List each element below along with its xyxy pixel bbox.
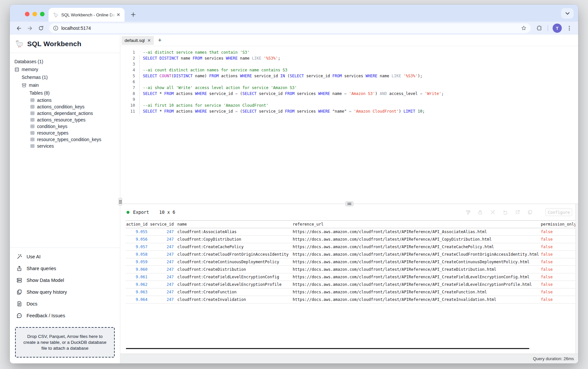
status-dot (127, 211, 129, 214)
cell-permission-only: false (541, 297, 578, 302)
tree-item-schema-main[interactable]: main (14, 81, 120, 89)
url-bar[interactable]: localhost:5174 (49, 23, 531, 33)
results-table-header: action_id service_id name reference_url … (126, 220, 578, 228)
customize-wand-button[interactable] (490, 209, 496, 215)
configure-button[interactable]: Configure (545, 208, 572, 216)
editor-tab-default-sql[interactable]: default.sql ✕ (122, 36, 154, 45)
cell-action-id: 9.057 (126, 245, 147, 249)
menu-item-use-ai[interactable]: Use AI (10, 251, 120, 263)
cell-permission-only: false (541, 245, 578, 249)
forward-button[interactable] (25, 23, 35, 33)
url-text[interactable]: localhost:5174 (61, 26, 521, 31)
column-header-action-id[interactable]: action_id (126, 222, 147, 227)
horizontal-scrollbar-thumb[interactable] (126, 348, 529, 349)
profile-avatar[interactable]: T (553, 24, 562, 33)
table-row[interactable]: 9.056247cloudfront:CopyDistributionhttps… (126, 236, 578, 243)
back-button[interactable] (14, 23, 24, 33)
results-table: action_id service_id name reference_url … (120, 220, 578, 354)
table-row[interactable]: 9.055247cloudfront:AssociateAliashttps:/… (126, 228, 578, 236)
column-header-name[interactable]: name (174, 222, 293, 227)
cell-service-id: 247 (147, 297, 174, 302)
cell-name: cloudfront:CreateFieldLevelEncryptionPro… (174, 282, 293, 287)
tree-item-table[interactable]: services (14, 143, 120, 149)
plus-icon (131, 12, 136, 17)
column-header-permission-only[interactable]: permission_only (541, 222, 578, 227)
menu-item-feedback-issues[interactable]: Feedback / Issues (10, 310, 120, 322)
lock-results-button[interactable] (477, 209, 483, 215)
tree-item-table[interactable]: resource_types_condition_keys (14, 136, 120, 143)
vertical-scrollbar-track[interactable] (575, 204, 578, 354)
results-table-body: 9.055247cloudfront:AssociateAliashttps:/… (126, 228, 578, 304)
site-info-icon[interactable] (53, 26, 58, 31)
column-header-service-id[interactable]: service_id (147, 222, 174, 227)
menu-item-share-queries[interactable]: Share queries (10, 263, 120, 274)
code-line[interactable]: 5SELECT COUNT(DISTINCT name) FROM action… (120, 73, 578, 79)
file-drop-zone[interactable]: Drop CSV, Parquet, Arrow files here to c… (15, 327, 115, 358)
menu-item-show-query-history[interactable]: Show query history (10, 286, 120, 298)
code-line[interactable]: 6 (120, 79, 578, 85)
code-line[interactable]: 8SELECT * FROM actions WHERE service_id … (120, 91, 578, 97)
sql-editor[interactable]: 1--ai distinct service names that contai… (120, 46, 578, 204)
code-line[interactable]: 3 (120, 61, 578, 67)
format-roller-button[interactable] (465, 209, 471, 215)
undo-icon (502, 210, 508, 215)
menu-item-show-data-model[interactable]: Show Data Model (10, 274, 120, 286)
table-row[interactable]: 9.058247cloudfront:CreateCloudFrontOrigi… (126, 251, 578, 258)
browser-menu-button[interactable] (564, 23, 574, 33)
code-line[interactable]: 10--ai first 10 actions for service 'Ama… (120, 102, 578, 108)
browser-tab[interactable]: SQL Workbench - Online Dat ✕ (49, 8, 125, 22)
menu-item-docs[interactable]: Docs (10, 298, 120, 310)
tree-item-table[interactable]: condition_keys (14, 123, 120, 130)
tree-item-table[interactable]: resource_types (14, 130, 120, 136)
code-line[interactable]: 4--ai count distinct action names for se… (120, 67, 578, 73)
export-button[interactable]: Export (133, 210, 149, 215)
code-line[interactable]: 7--ai show all 'Write' access level acti… (120, 85, 578, 91)
code-line[interactable]: 9 (120, 97, 578, 102)
editor-new-tab-button[interactable]: + (156, 36, 164, 44)
bookmark-star-icon[interactable] (521, 25, 527, 31)
tree-item-table[interactable]: actions (14, 97, 120, 103)
new-tab-button[interactable] (128, 10, 138, 19)
back-arrow-icon (16, 25, 22, 31)
copy-results-button[interactable] (527, 209, 533, 215)
schema-icon (22, 83, 27, 88)
cell-permission-only: false (541, 230, 578, 234)
tab-search-chevron-button[interactable] (561, 8, 574, 19)
tree-databases-label: Databases (1) (14, 58, 120, 65)
cell-action-id: 9.064 (126, 297, 147, 302)
app-content: SQL Workbench Databases (1) memory Schem… (10, 35, 578, 363)
cell-action-id: 9.060 (126, 267, 147, 272)
code-line[interactable]: 1--ai distinct service names that contai… (120, 49, 578, 55)
table-icon (30, 144, 35, 148)
tree-item-table[interactable]: actions_condition_keys (14, 103, 120, 110)
table-name: resource_types_condition_keys (37, 137, 101, 142)
tree-item-table[interactable]: actions_resource_types (14, 117, 120, 123)
window-minimize-button[interactable] (32, 12, 37, 16)
open-external-button[interactable] (515, 209, 520, 215)
table-row[interactable]: 9.057247cloudfront:CreateCachePolicyhttp… (126, 243, 578, 251)
cell-reference-url: https://docs.aws.amazon.com/cloudfront/l… (293, 230, 541, 234)
table-icon (30, 104, 35, 109)
editor-tab-close-icon[interactable]: ✕ (147, 38, 151, 43)
tab-close-icon[interactable]: ✕ (115, 12, 121, 18)
table-row[interactable]: 9.061247cloudfront:CreateFieldLevelEncry… (126, 273, 578, 281)
code-line[interactable]: 2SELECT DISTINCT name FROM services WHER… (120, 55, 578, 61)
column-header-reference-url[interactable]: reference_url (293, 222, 541, 227)
table-row[interactable]: 9.064247cloudfront:CreateInvalidationhtt… (126, 296, 578, 304)
extensions-button[interactable] (535, 23, 544, 33)
tree-item-table[interactable]: actions_dependant_actions (14, 110, 120, 117)
line-number: 8 (120, 91, 139, 97)
code-line[interactable]: 11SELECT * FROM actions WHERE service_id… (120, 108, 578, 114)
cell-action-id: 9.059 (126, 260, 147, 264)
reset-query-button[interactable] (502, 209, 508, 215)
reload-button[interactable] (36, 23, 46, 33)
cell-service-id: 247 (147, 267, 174, 272)
window-zoom-button[interactable] (40, 12, 45, 16)
table-row[interactable]: 9.063247cloudfront:CreateFunctionhttps:/… (126, 288, 578, 296)
table-row[interactable]: 9.059247cloudfront:CreateContinuousDeplo… (126, 258, 578, 266)
table-row[interactable]: 9.060247cloudfront:CreateDistributionhtt… (126, 266, 578, 273)
table-row[interactable]: 9.062247cloudfront:CreateFieldLevelEncry… (126, 281, 578, 288)
sidebar-menu: Use AI Share queries Show Data Model Sho… (10, 248, 120, 324)
window-close-button[interactable] (25, 12, 29, 16)
tree-item-database-memory[interactable]: memory (14, 65, 120, 73)
